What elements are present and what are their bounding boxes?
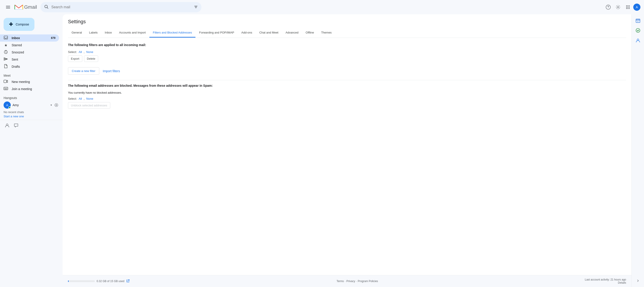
delete-button[interactable]: Delete xyxy=(84,56,98,62)
topbar: Gmail A xyxy=(0,0,644,14)
unblock-button[interactable]: Unblock selected addresses xyxy=(68,102,110,109)
svg-point-12 xyxy=(628,5,628,6)
chat-icon[interactable] xyxy=(12,122,20,129)
calendar-icon[interactable]: 11 xyxy=(634,16,642,25)
hangouts-add-button[interactable] xyxy=(54,102,59,108)
tab-accounts[interactable]: Accounts and Import xyxy=(116,28,149,38)
storage-footer: 0.32 GB of 15 GB used Terms · Privacy · … xyxy=(62,275,632,287)
svg-rect-7 xyxy=(195,8,196,8)
star-icon: ★ xyxy=(4,43,8,48)
sidebar-item-starred[interactable]: ★ Starred xyxy=(0,42,59,49)
import-filters-link[interactable]: Import filters xyxy=(103,69,120,73)
select-all2-link[interactable]: All xyxy=(79,97,82,100)
tab-offline[interactable]: Offline xyxy=(302,28,318,38)
sidebar-item-join-meeting[interactable]: Join a meeting xyxy=(0,86,59,92)
details-link[interactable]: Details xyxy=(618,281,626,284)
compose-label: Compose xyxy=(16,22,29,26)
terms-link[interactable]: Terms xyxy=(336,280,344,283)
compose-button[interactable]: ✚ Compose xyxy=(4,18,34,31)
hangouts-user[interactable]: A Amy ▾ xyxy=(0,100,62,110)
content-area: Settings General Labels Inbox Accounts a… xyxy=(62,14,632,287)
help-button[interactable] xyxy=(604,3,613,12)
sidebar-item-drafts[interactable]: Drafts xyxy=(0,63,59,70)
avatar[interactable]: A xyxy=(633,4,640,11)
tab-inbox[interactable]: Inbox xyxy=(101,28,116,38)
gmail-text: Gmail xyxy=(24,4,37,10)
filters-section-title: The following filters are applied to all… xyxy=(68,43,626,47)
svg-rect-23 xyxy=(4,87,8,90)
svg-point-10 xyxy=(618,6,619,8)
sidebar-item-inbox[interactable]: Inbox 879 xyxy=(0,34,59,42)
select-none-link[interactable]: None xyxy=(86,50,93,54)
inbox-label: Inbox xyxy=(12,36,48,40)
chevron-right-icon[interactable] xyxy=(634,276,642,285)
hangouts-dropdown-icon[interactable]: ▾ xyxy=(50,104,52,106)
export-button[interactable]: Export xyxy=(68,56,82,62)
video-icon xyxy=(4,80,8,84)
search-filter-icon[interactable] xyxy=(194,5,198,10)
right-panel: 11 xyxy=(632,14,644,287)
contacts-icon[interactable] xyxy=(4,122,11,129)
filter-select-row: Select: All , None xyxy=(68,50,626,54)
svg-rect-20 xyxy=(4,36,8,39)
tab-filters[interactable]: Filters and Blocked Addresses xyxy=(149,28,196,38)
storage-external-icon[interactable] xyxy=(126,279,130,284)
storage-left: 0.32 GB of 15 GB used xyxy=(68,279,130,284)
footer-right: Last account activity: 21 hours ago Deta… xyxy=(585,278,626,284)
svg-rect-1 xyxy=(6,7,10,8)
create-filter-button[interactable]: Create a new filter xyxy=(68,67,99,75)
main-layout: ✚ Compose Inbox 879 ★ Starred Snoozed Se… xyxy=(0,14,644,287)
tab-advanced[interactable]: Advanced xyxy=(282,28,302,38)
dot2: · xyxy=(356,280,357,283)
search-bar xyxy=(40,2,202,12)
select-comma: , xyxy=(84,50,84,54)
sent-label: Sent xyxy=(12,58,56,61)
sidebar-item-snoozed[interactable]: Snoozed xyxy=(0,49,59,56)
svg-rect-22 xyxy=(4,80,6,83)
tab-themes[interactable]: Themes xyxy=(318,28,335,38)
program-policies-link[interactable]: Program Policies xyxy=(358,280,378,283)
join-meeting-label: Join a meeting xyxy=(12,87,56,91)
snoozed-label: Snoozed xyxy=(12,50,56,54)
tab-chat[interactable]: Chat and Meet xyxy=(256,28,282,38)
start-new-one-link[interactable]: Start a new one xyxy=(0,115,62,120)
apps-button[interactable] xyxy=(624,3,632,12)
svg-point-13 xyxy=(629,5,630,6)
no-blocked-text: You currently have no blocked addresses. xyxy=(68,91,626,94)
no-recent-chats: No recent chats xyxy=(0,110,62,115)
svg-point-11 xyxy=(626,5,627,6)
svg-point-18 xyxy=(628,8,628,9)
storage-bar xyxy=(68,280,95,282)
select-none2-link[interactable]: None xyxy=(86,97,93,100)
svg-rect-2 xyxy=(6,8,10,8)
sidebar: ✚ Compose Inbox 879 ★ Starred Snoozed Se… xyxy=(0,14,62,287)
svg-rect-25 xyxy=(6,88,6,88)
sidebar-item-sent[interactable]: Sent xyxy=(0,56,59,63)
contacts-sidebar-icon[interactable] xyxy=(634,36,642,45)
sidebar-item-new-meeting[interactable]: New meeting xyxy=(0,78,59,86)
sidebar-bottom xyxy=(0,120,62,131)
tab-general[interactable]: General xyxy=(68,28,86,38)
tab-forwarding[interactable]: Forwarding and POP/IMAP xyxy=(196,28,238,38)
tab-addons[interactable]: Add-ons xyxy=(238,28,256,38)
starred-label: Starred xyxy=(12,43,56,47)
online-indicator xyxy=(8,106,11,109)
privacy-link[interactable]: Privacy xyxy=(346,280,355,283)
tab-labels[interactable]: Labels xyxy=(86,28,101,38)
dot1: · xyxy=(345,280,346,283)
svg-rect-27 xyxy=(4,89,7,89)
svg-point-32 xyxy=(636,19,637,20)
section-divider xyxy=(68,80,626,80)
drafts-icon xyxy=(4,64,8,69)
tasks-icon[interactable] xyxy=(634,26,642,35)
sent-icon xyxy=(4,58,8,62)
search-input[interactable] xyxy=(51,5,191,9)
settings-button[interactable] xyxy=(614,3,622,12)
blocked-select-row: Select: All , None xyxy=(68,97,626,100)
menu-icon[interactable] xyxy=(4,3,12,12)
svg-point-16 xyxy=(629,7,630,8)
select-all-link[interactable]: All xyxy=(79,50,82,54)
select-label: Select: xyxy=(68,50,77,54)
settings-tabs: General Labels Inbox Accounts and Import… xyxy=(68,28,626,38)
svg-line-30 xyxy=(128,280,129,281)
